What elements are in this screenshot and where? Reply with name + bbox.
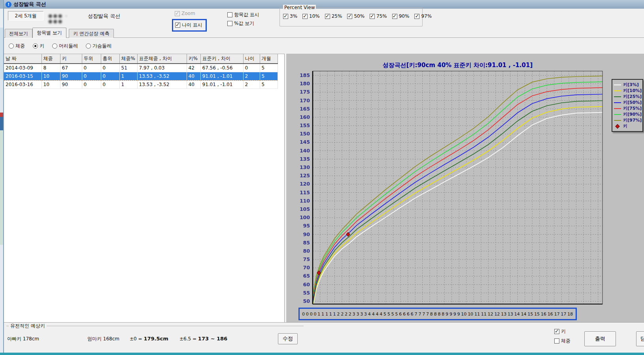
- item-value-checkbox-box[interactable]: [227, 12, 232, 17]
- table-cell[interactable]: 2: [243, 72, 260, 80]
- table-cell[interactable]: 0: [82, 80, 101, 88]
- table-cell[interactable]: 13.53 , -3.52: [137, 80, 187, 88]
- table-cell[interactable]: 2: [243, 80, 260, 88]
- age-display-checkbox-box[interactable]: [175, 23, 180, 28]
- table-cell[interactable]: 13.53 , -3.52: [137, 72, 187, 80]
- radio-체중[interactable]: 체중: [9, 43, 25, 49]
- percent-checkbox-50pct[interactable]: 50%: [347, 13, 364, 19]
- radio-키[interactable]: 키: [33, 43, 44, 49]
- percent-checkbox-3pct-box[interactable]: [283, 14, 288, 19]
- y-tick-label: 120: [300, 181, 310, 187]
- x-tick-label: 7: [422, 312, 425, 317]
- table-row[interactable]: 2016-03-16109000113.53 , -3.524091.01 , …: [4, 80, 278, 88]
- y-tick-label: 100: [300, 214, 310, 220]
- percent-checkbox-97pct-box[interactable]: [414, 14, 419, 19]
- table-cell[interactable]: 0: [101, 72, 119, 80]
- table-cell[interactable]: 42: [187, 64, 200, 72]
- column-header[interactable]: 키: [60, 54, 82, 64]
- weight-series-checkbox-box[interactable]: [554, 338, 559, 344]
- radio-가슴둘레[interactable]: 가슴둘레: [86, 43, 111, 49]
- table-cell[interactable]: 40: [187, 80, 200, 88]
- percent-checkbox-90pct[interactable]: 90%: [392, 13, 410, 19]
- percent-checkbox-3pct[interactable]: 3%: [283, 13, 297, 19]
- column-header[interactable]: 표준체중 , 차이: [137, 54, 187, 64]
- edit-button[interactable]: 수정: [278, 333, 298, 344]
- table-cell[interactable]: 5: [260, 64, 278, 72]
- table-cell[interactable]: 2016-03-15: [4, 72, 42, 80]
- percent-checkbox-75pct-label: 75%: [376, 13, 387, 19]
- percent-checkbox-25pct[interactable]: 25%: [325, 13, 342, 19]
- table-row[interactable]: 2014-03-0986700517.97 , 0.034267.56 , -0…: [4, 64, 278, 72]
- table-cell[interactable]: 67: [60, 64, 82, 72]
- table-cell[interactable]: 40: [187, 72, 200, 80]
- tab-all-view[interactable]: 전체보기: [5, 29, 32, 38]
- zoom-checkbox[interactable]: Zoom: [175, 11, 195, 16]
- column-header[interactable]: 개월: [260, 54, 278, 64]
- column-header[interactable]: 나이: [243, 54, 260, 64]
- chart-legend: 키[3%]키[10%]키[25%]키[50%]키[75%]키[90%]키[97%…: [612, 79, 643, 132]
- table-cell[interactable]: 0: [243, 64, 260, 72]
- column-header[interactable]: 키%: [187, 54, 200, 64]
- percent-value-checkbox-box[interactable]: [227, 21, 232, 26]
- column-header[interactable]: 체중: [42, 54, 60, 64]
- bottom-bar: 유전적인 예상키 아빠키 178cm 엄마키 168cm ±0 = 179.5c…: [4, 322, 644, 355]
- radio-circle[interactable]: [52, 43, 57, 49]
- table-cell[interactable]: 51: [119, 64, 137, 72]
- measurement-table: 날 짜체중키두위흉위체중%표준체중 , 차이키%표준키 , 차이나이개월2014…: [4, 54, 278, 89]
- percent-checkbox-10pct[interactable]: 10%: [302, 13, 320, 19]
- table-cell[interactable]: 0: [101, 80, 119, 88]
- table-cell[interactable]: 5: [260, 72, 278, 80]
- table-cell[interactable]: 1: [119, 72, 137, 80]
- percent-checkbox-90pct-box[interactable]: [392, 14, 397, 19]
- x-tick-label: 0: [302, 312, 305, 317]
- height-series-checkbox-box[interactable]: [554, 329, 559, 334]
- table-cell[interactable]: 67.56 , -0.56: [200, 64, 243, 72]
- table-cell[interactable]: 0: [101, 64, 119, 72]
- table-cell[interactable]: 0: [82, 64, 101, 72]
- table-cell[interactable]: 91.01 , -1.01: [200, 80, 243, 88]
- item-value-checkbox[interactable]: 항목값 표시: [227, 11, 259, 18]
- percent-checkbox-50pct-box[interactable]: [347, 14, 352, 19]
- y-tick-label: 60: [303, 282, 310, 287]
- table-cell[interactable]: 90: [60, 80, 82, 88]
- table-cell[interactable]: 2014-03-09: [4, 64, 42, 72]
- zoom-checkbox-box[interactable]: [175, 11, 180, 16]
- column-header[interactable]: 흉위: [101, 54, 119, 64]
- print-button[interactable]: 출력: [584, 331, 616, 346]
- x-tick-label: 9: [453, 312, 456, 317]
- table-cell[interactable]: 5: [260, 80, 278, 88]
- x-tick-label: 1: [321, 312, 324, 317]
- table-cell[interactable]: 10: [42, 80, 60, 88]
- table-cell[interactable]: 91.01 , -1.01: [200, 72, 243, 80]
- radio-circle[interactable]: [86, 43, 91, 49]
- column-header[interactable]: 두위: [82, 54, 101, 64]
- column-header[interactable]: 체중%: [119, 54, 137, 64]
- table-cell[interactable]: 10: [42, 72, 60, 80]
- percent-checkbox-75pct-box[interactable]: [370, 14, 375, 19]
- radio-circle[interactable]: [9, 43, 14, 49]
- close-button[interactable]: 닫: [636, 331, 644, 346]
- tab-item-view[interactable]: 항목별 보기: [32, 28, 66, 38]
- weight-series-checkbox[interactable]: 체중: [554, 338, 570, 344]
- table-cell[interactable]: 1: [119, 80, 137, 88]
- percent-checkbox-10pct-box[interactable]: [302, 14, 308, 19]
- table-cell[interactable]: 0: [82, 72, 101, 80]
- percent-checkbox-75pct[interactable]: 75%: [370, 13, 387, 19]
- tab-height-prediction[interactable]: 키 연간성장 예측: [69, 29, 114, 38]
- table-cell[interactable]: 2016-03-16: [4, 80, 42, 88]
- table-cell[interactable]: 8: [42, 64, 60, 72]
- column-header[interactable]: 표준키 , 차이: [200, 54, 243, 64]
- percent-checkbox-25pct-box[interactable]: [325, 14, 330, 19]
- percent-checkbox-97pct[interactable]: 97%: [414, 13, 432, 19]
- x-tick-label: 2: [341, 312, 344, 317]
- table-row[interactable]: 2016-03-15109000113.53 , -3.524091.01 , …: [4, 72, 278, 80]
- radio-circle[interactable]: [33, 43, 38, 49]
- table-cell[interactable]: 7.97 , 0.03: [137, 64, 187, 72]
- x-tick-label: 9: [457, 312, 460, 317]
- x-tick-label: 0: [310, 312, 313, 317]
- table-cell[interactable]: 90: [60, 72, 82, 80]
- percent-value-checkbox[interactable]: %값 보기: [227, 20, 254, 27]
- column-header[interactable]: 날 짜: [4, 54, 42, 64]
- height-series-checkbox[interactable]: 키: [554, 328, 566, 335]
- radio-머리둘레[interactable]: 머리둘레: [52, 43, 78, 49]
